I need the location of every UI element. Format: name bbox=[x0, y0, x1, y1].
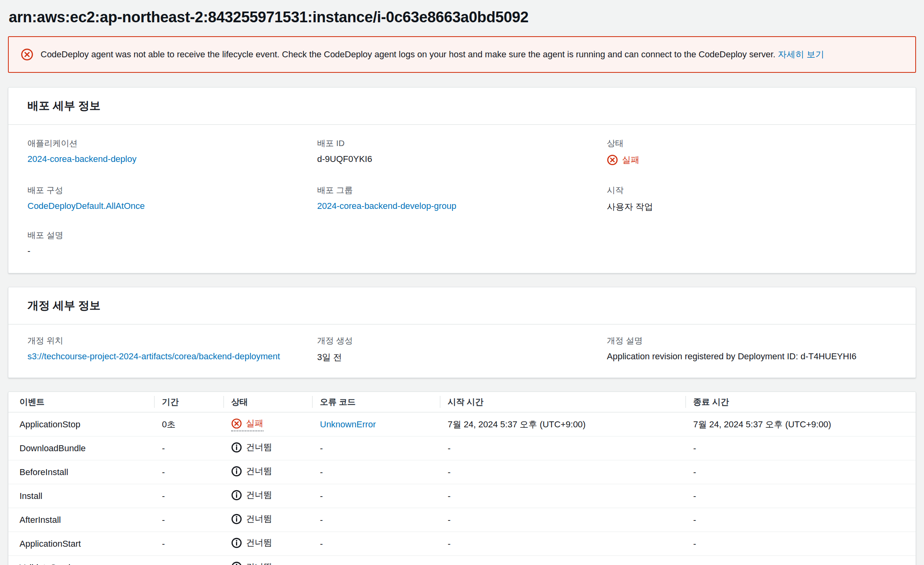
field-label: 배포 ID bbox=[317, 138, 607, 149]
event-name: ValidateService bbox=[8, 563, 154, 565]
field-revision-created: 개정 생성 3일 전 bbox=[317, 335, 607, 363]
revision-details-card: 개정 세부 정보 개정 위치 s3://techcourse-project-2… bbox=[8, 287, 916, 378]
event-duration: 0초 bbox=[154, 419, 223, 431]
field-deployment-config: 배포 구성 CodeDeployDefault.AllAtOnce bbox=[27, 185, 317, 213]
event-start-time: - bbox=[440, 467, 685, 477]
status-skipped: 건너뜀 bbox=[231, 561, 272, 565]
field-revision-description: 개정 설명 Application revision registered by… bbox=[607, 335, 897, 363]
deployment-group-link[interactable]: 2024-corea-backend-develop-group bbox=[317, 201, 456, 211]
event-duration: - bbox=[154, 563, 223, 565]
field-label: 시작 bbox=[607, 185, 897, 196]
event-name: ApplicationStop bbox=[8, 419, 154, 430]
alert-message-block: CodeDeploy agent was not able to receive… bbox=[41, 49, 824, 60]
info-circle-icon bbox=[231, 561, 242, 565]
info-circle-icon bbox=[231, 514, 242, 524]
table-row: AfterInstall - 건너뜀 - - - bbox=[8, 508, 916, 532]
status-label: 건너뜀 bbox=[246, 537, 272, 549]
event-start-time: - bbox=[440, 539, 685, 549]
field-label: 상태 bbox=[607, 138, 897, 149]
status-label: 건너뜀 bbox=[246, 489, 272, 501]
column-header-start-time: 시작 시간 bbox=[440, 392, 685, 412]
events-table-body: ApplicationStop 0초 실패 UnknownError 7월 24… bbox=[8, 413, 916, 565]
event-start-time: - bbox=[440, 563, 685, 565]
event-end-time: - bbox=[685, 563, 916, 565]
field-status: 상태 실패 bbox=[607, 138, 897, 168]
error-circle-x-icon bbox=[21, 48, 33, 61]
deployment-details-body: 애플리케이션 2024-corea-backend-deploy 배포 ID d… bbox=[8, 125, 916, 273]
event-duration: - bbox=[154, 491, 223, 501]
status-label: 건너뜀 bbox=[246, 441, 272, 453]
field-revision-location: 개정 위치 s3://techcourse-project-2024-artif… bbox=[27, 335, 317, 363]
event-end-time: - bbox=[685, 491, 916, 501]
event-start-time: - bbox=[440, 491, 685, 501]
revision-created-value: 3일 전 bbox=[317, 351, 607, 363]
event-name: DownloadBundle bbox=[8, 443, 154, 454]
event-end-time: - bbox=[685, 467, 916, 477]
alert-details-link[interactable]: 자세히 보기 bbox=[778, 49, 824, 59]
application-link[interactable]: 2024-corea-backend-deploy bbox=[27, 154, 136, 164]
field-label: 배포 설명 bbox=[27, 230, 317, 241]
field-label: 개정 생성 bbox=[317, 335, 607, 346]
deployment-config-link[interactable]: CodeDeployDefault.AllAtOnce bbox=[27, 201, 145, 211]
field-label: 개정 설명 bbox=[607, 335, 897, 346]
field-label: 애플리케이션 bbox=[27, 138, 317, 149]
error-code-link[interactable]: UnknownError bbox=[320, 419, 376, 429]
field-initiated-by: 시작 사용자 작업 bbox=[607, 185, 897, 213]
event-name: AfterInstall bbox=[8, 515, 154, 525]
error-circle-x-icon bbox=[231, 418, 242, 429]
field-deployment-id: 배포 ID d-9UQF0YKI6 bbox=[317, 138, 607, 168]
table-row: BeforeInstall - 건너뜀 - - - bbox=[8, 460, 916, 484]
column-header-duration: 기간 bbox=[154, 392, 223, 412]
deployment-id-value: d-9UQF0YKI6 bbox=[317, 154, 607, 164]
table-row: ApplicationStop 0초 실패 UnknownError 7월 24… bbox=[8, 413, 916, 436]
column-header-end-time: 종료 시간 bbox=[685, 392, 916, 412]
column-header-status: 상태 bbox=[223, 392, 312, 412]
event-end-time: - bbox=[685, 539, 916, 549]
status-failed-badge: 실패 bbox=[607, 154, 639, 166]
revision-details-body: 개정 위치 s3://techcourse-project-2024-artif… bbox=[8, 325, 916, 378]
field-application: 애플리케이션 2024-corea-backend-deploy bbox=[27, 138, 317, 168]
error-code-cell: - bbox=[320, 491, 323, 501]
event-end-time: - bbox=[685, 515, 916, 525]
revision-description-value: Application revision registered by Deplo… bbox=[607, 351, 897, 362]
error-circle-x-icon bbox=[607, 154, 618, 166]
status-skipped: 건너뜀 bbox=[231, 465, 272, 477]
status-label: 실패 bbox=[622, 154, 639, 166]
field-deployment-description: 배포 설명 - bbox=[27, 230, 317, 256]
field-label: 개정 위치 bbox=[27, 335, 317, 346]
status-failed[interactable]: 실패 bbox=[231, 417, 263, 431]
field-deployment-group: 배포 그룹 2024-corea-backend-develop-group bbox=[317, 185, 607, 213]
error-code-cell: - bbox=[320, 539, 323, 549]
event-duration: - bbox=[154, 467, 223, 477]
status-label: 건너뜀 bbox=[246, 465, 272, 477]
event-start-time: 7월 24, 2024 5:37 오후 (UTC+9:00) bbox=[440, 419, 685, 431]
info-circle-icon bbox=[231, 466, 242, 477]
revision-details-title: 개정 세부 정보 bbox=[27, 298, 101, 313]
event-start-time: - bbox=[440, 515, 685, 525]
status-label: 실패 bbox=[246, 417, 263, 429]
table-row: ValidateService - 건너뜀 - - - bbox=[8, 556, 916, 565]
event-start-time: - bbox=[440, 443, 685, 454]
status-skipped: 건너뜀 bbox=[231, 489, 272, 501]
status-skipped: 건너뜀 bbox=[231, 537, 272, 549]
field-label: 배포 그룹 bbox=[317, 185, 607, 196]
event-duration: - bbox=[154, 539, 223, 549]
table-row: Install - 건너뜀 - - - bbox=[8, 484, 916, 508]
alert-message: CodeDeploy agent was not able to receive… bbox=[41, 49, 776, 59]
table-row: ApplicationStart - 건너뜀 - - - bbox=[8, 532, 916, 556]
info-circle-icon bbox=[231, 538, 242, 548]
column-header-error-code: 오류 코드 bbox=[312, 392, 440, 412]
info-circle-icon bbox=[231, 442, 242, 453]
error-code-cell: - bbox=[320, 467, 323, 477]
status-label: 건너뜀 bbox=[246, 513, 272, 525]
error-alert: CodeDeploy agent was not able to receive… bbox=[8, 36, 916, 73]
event-name: BeforeInstall bbox=[8, 467, 154, 477]
event-name: ApplicationStart bbox=[8, 539, 154, 549]
deployment-description-value: - bbox=[27, 246, 317, 256]
revision-location-link[interactable]: s3://techcourse-project-2024-artifacts/c… bbox=[27, 351, 280, 361]
event-end-time: 7월 24, 2024 5:37 오후 (UTC+9:00) bbox=[685, 419, 916, 431]
deployment-details-title: 배포 세부 정보 bbox=[27, 98, 101, 113]
status-skipped: 건너뜀 bbox=[231, 513, 272, 525]
column-header-event: 이벤트 bbox=[8, 392, 154, 412]
error-code-cell: - bbox=[320, 443, 323, 453]
